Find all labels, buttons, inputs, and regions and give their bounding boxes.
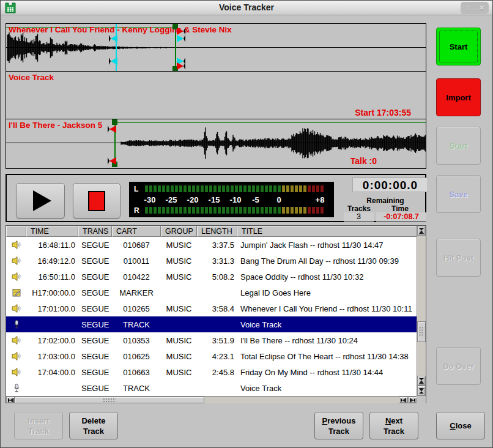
cell-time: 17:01:00.0 (26, 304, 78, 313)
log-row[interactable]: SEGUETRACKVoice Track (6, 316, 418, 332)
red-marker-handle[interactable] (108, 125, 116, 133)
hit-post-button[interactable]: Hit Post (436, 239, 481, 277)
cell-time: 17:02:00.0 (26, 336, 78, 345)
cell-title: Voice Track (237, 320, 418, 329)
log-row[interactable]: 16:49:12.0SEGUE010011MUSIC3:31.3Bang The… (6, 253, 418, 269)
red-marker-handle[interactable] (108, 157, 116, 165)
meter-segment (291, 207, 294, 214)
save-button[interactable]: Save (436, 175, 481, 213)
meter-segment (209, 207, 212, 214)
meter-scale-label: 0 (276, 195, 281, 204)
log-row[interactable]: H17:00:00.0SEGUEMARKERLegal ID Goes Here (6, 285, 418, 301)
shade-window-icon[interactable]: ↑ (465, 2, 470, 13)
cell-length: 2:45.8 (197, 368, 237, 377)
red-marker-handle[interactable] (177, 28, 185, 35)
horizontal-scrollbar-thumb[interactable] (15, 397, 204, 403)
cell-title: Space Oddity -- rdhost 11/30 10:32 (237, 272, 418, 282)
meter-segment (149, 185, 152, 192)
start-button[interactable]: Start (436, 28, 481, 65)
meter-scale-label: -20 (187, 195, 199, 204)
track-title: I'll Be There - Jackson 5 (9, 121, 102, 130)
waveform-panel-voice-track[interactable]: Voice Track Start 17:03:55 (6, 72, 426, 119)
cyan-marker-handle[interactable] (177, 35, 185, 42)
meter-segment (166, 207, 169, 214)
column-header-group[interactable]: GROUP (161, 226, 197, 237)
cyan-marker-handle[interactable] (109, 58, 117, 65)
meter-segment (213, 207, 217, 214)
close-window-icon[interactable]: × (479, 2, 484, 13)
cell-cart: 010422 (112, 272, 161, 282)
meter-segment (303, 207, 306, 214)
import-button[interactable]: Import (436, 78, 481, 116)
green-marker-square[interactable] (112, 119, 117, 125)
speaker-icon (12, 272, 21, 282)
cell-cart: MARKER (112, 288, 161, 297)
vertical-scrollbar[interactable] (417, 226, 426, 396)
arrow-left-icon (401, 398, 406, 403)
next-track-button[interactable]: NextTrack (369, 412, 418, 439)
log-row[interactable]: SEGUETRACKVoice Track (6, 380, 418, 396)
cell-trans: SEGUE (78, 384, 112, 393)
log-row[interactable]: 16:48:11.0SEGUE010687MUSIC3:37.5Jumpin' … (6, 237, 418, 253)
cell-trans: SEGUE (78, 256, 112, 266)
cell-cart: 010625 (112, 352, 161, 361)
previous-track-button[interactable]: PreviousTrack (314, 412, 363, 439)
insert-track-button[interactable]: InsertTrack (14, 412, 63, 439)
cell-group: MUSIC (161, 336, 197, 345)
cell-trans: SEGUE (78, 272, 112, 282)
cell-time: 17:04:00.0 (26, 368, 78, 377)
column-header-length[interactable]: LENGTH (197, 226, 237, 237)
horizontal-scrollbar[interactable] (6, 396, 418, 403)
microphone-icon (12, 383, 21, 393)
meter-segment (188, 207, 191, 214)
scroll-down-button[interactable] (417, 386, 426, 396)
scroll-right-button[interactable] (408, 397, 417, 403)
log-row[interactable]: 16:50:11.0SEGUE010422MUSIC5:08.2Space Od… (6, 269, 418, 285)
close-button[interactable]: Close (436, 412, 485, 439)
left-channel-label: L (134, 185, 138, 193)
cyan-marker-handle[interactable] (109, 35, 117, 42)
column-header-cart[interactable]: CART (112, 226, 161, 237)
log-row[interactable]: 17:02:00.0SEGUE010353MUSIC3:51.9I'll Be … (6, 332, 418, 348)
scroll-left-button[interactable] (6, 397, 15, 403)
record-start-button[interactable]: Start (436, 127, 481, 165)
meter-segment (179, 207, 182, 214)
log-row[interactable]: 17:03:00.0SEGUE010625MUSIC4:23.1Total Ec… (6, 348, 418, 364)
cell-group: MUSIC (161, 241, 197, 250)
red-marker-handle[interactable] (177, 62, 185, 70)
cell-time: 16:48:11.0 (26, 241, 78, 250)
cell-trans: SEGUE (78, 352, 112, 361)
play-button[interactable] (16, 183, 65, 218)
meter-segment (226, 207, 229, 214)
meter-segment (179, 185, 182, 192)
vertical-scrollbar-thumb[interactable] (417, 321, 426, 342)
meter-segment (303, 185, 306, 192)
row-icon-cell (6, 304, 26, 313)
meter-segment (162, 185, 165, 192)
row-icon-cell (6, 288, 26, 297)
log-row[interactable]: 17:04:00.0SEGUE010663MUSIC2:45.8Friday O… (6, 364, 418, 380)
meter-segment (291, 185, 294, 192)
meter-scale-label: +8 (316, 195, 325, 204)
scroll-up-button[interactable] (417, 226, 426, 236)
meter-segment (321, 207, 324, 214)
do-over-button[interactable]: Do Over (436, 347, 481, 385)
column-header-trans[interactable]: TRANS (78, 226, 112, 237)
meter-segment (213, 185, 217, 192)
meter-scale-label: -15 (209, 195, 220, 204)
meter-segment (218, 207, 221, 214)
meter-segment (273, 185, 276, 192)
titlebar: Voice Tracker ↑ × (1, 1, 492, 15)
stop-button[interactable] (73, 183, 120, 218)
log-row[interactable]: 17:01:00.0SEGUE010265MUSIC3:58.4Whenever… (6, 301, 418, 316)
delete-track-button[interactable]: DeleteTrack (69, 412, 118, 439)
column-header-time[interactable]: TIME (26, 226, 78, 237)
meter-scale-label: -5 (252, 195, 259, 204)
column-header-icon[interactable] (6, 226, 26, 237)
scroll-left-button[interactable] (399, 397, 408, 403)
meter-segment (158, 185, 161, 192)
scroll-up-button[interactable] (417, 376, 426, 386)
waveform-panel-previous-track[interactable]: Whenever I Call You Friend - Kenny Loggi… (6, 24, 426, 72)
column-header-title[interactable]: TITLE (237, 226, 418, 237)
waveform-panel-next-track[interactable]: I'll Be There - Jackson 5 Talk :0 (6, 119, 426, 167)
